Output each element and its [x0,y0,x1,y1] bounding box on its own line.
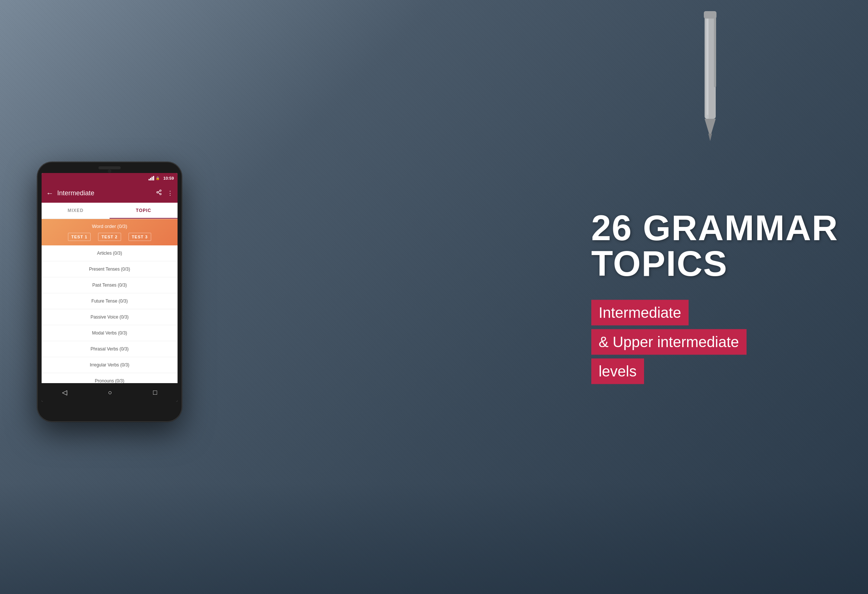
test-btn-2[interactable]: TEST 2 [98,233,121,241]
svg-point-8 [157,192,158,193]
tab-bar: MIXED TOPIC [41,203,177,219]
svg-marker-5 [708,134,712,141]
svg-line-11 [158,191,160,192]
svg-point-9 [160,193,161,195]
topic-item-modal-verbs[interactable]: Modal Verbs (0/3) [41,325,177,341]
svg-line-10 [158,193,160,194]
signal-icon [149,176,154,180]
topic-item-articles[interactable]: Articles (0/3) [41,245,177,261]
tag-intermediate: Intermediate [591,300,689,326]
pen-decoration [694,7,727,149]
featured-card[interactable]: Word order (0/3) TEST 1 TEST 2 TEST 3 [41,219,177,245]
headline: 26 GRAMMAR TOPICS [591,210,838,282]
topic-item-future-tense[interactable]: Future Tense (0/3) [41,293,177,309]
test-btn-3[interactable]: TEST 3 [128,233,151,241]
test-buttons: TEST 1 TEST 2 TEST 3 [46,233,173,241]
app-title: Intermediate [57,189,152,197]
phone-screen: 🔒 10:59 ← Intermediate [41,173,177,402]
tab-mixed[interactable]: MIXED [41,203,109,219]
topic-list: Articles (0/3) Present Tenses (0/3) Past… [41,245,177,383]
topic-item-irregular-verbs[interactable]: Irregular Verbs (0/3) [41,357,177,373]
app-bar-actions: ⋮ [156,189,173,197]
screen-content: Word order (0/3) TEST 1 TEST 2 TEST 3 Ar… [41,219,177,383]
topic-item-present-tenses[interactable]: Present Tenses (0/3) [41,261,177,277]
svg-rect-3 [704,11,716,19]
topic-item-phrasal-verbs[interactable]: Phrasal Verbs (0/3) [41,341,177,357]
app-bar: ← Intermediate [41,183,177,203]
status-bar: 🔒 10:59 [41,173,177,183]
svg-rect-2 [714,13,716,87]
topic-item-pronouns[interactable]: Pronouns (0/3) [41,373,177,383]
tag-upper: & Upper intermediate [591,329,747,355]
featured-card-title: Word order (0/3) [46,224,173,229]
headline-line1: 26 GRAMMAR [591,208,838,248]
phone-camera [108,169,111,173]
tag-levels: levels [591,359,644,384]
test-btn-1[interactable]: TEST 1 [68,233,91,241]
phone-nav: ◁ ○ □ [41,383,177,402]
headline-line2: TOPICS [591,243,728,283]
right-content: 26 GRAMMAR TOPICS Intermediate & Upper i… [591,210,838,384]
topic-item-past-tenses[interactable]: Past Tenses (0/3) [41,277,177,293]
svg-rect-6 [707,19,708,115]
phone-container: 🔒 10:59 ← Intermediate [37,162,182,422]
svg-point-7 [160,190,161,191]
phone-device: 🔒 10:59 ← Intermediate [37,162,182,422]
topic-item-passive-voice[interactable]: Passive Voice (0/3) [41,309,177,325]
nav-back[interactable]: ◁ [62,388,67,396]
more-icon[interactable]: ⋮ [167,190,173,197]
status-time: 10:59 [164,176,174,180]
lock-icon: 🔒 [156,176,160,180]
notebook-decoration [0,483,868,594]
nav-recents[interactable]: □ [153,389,157,396]
phone-speaker [99,166,121,169]
share-icon[interactable] [156,189,162,197]
tab-topic[interactable]: TOPIC [109,203,177,219]
nav-home[interactable]: ○ [108,389,112,396]
back-button[interactable]: ← [46,189,53,198]
